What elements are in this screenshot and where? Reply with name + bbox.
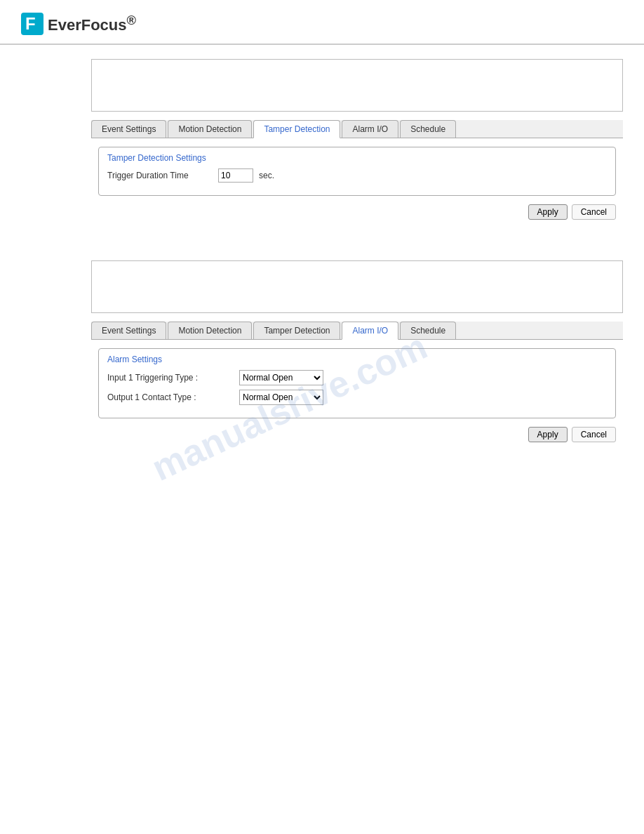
tabs-row-2: Event Settings Motion Detection Tamper D…	[91, 322, 623, 340]
section-alarm-io: Event Settings Motion Detection Tamper D…	[91, 322, 623, 442]
tab-motion-detection-1[interactable]: Motion Detection	[168, 120, 252, 138]
logo-text: EverFocus®	[48, 13, 136, 34]
tamper-cancel-button[interactable]: Cancel	[572, 204, 616, 220]
input1-triggering-label: Input 1 Triggering Type :	[107, 373, 234, 383]
trigger-duration-input[interactable]	[218, 168, 253, 183]
tab-schedule-2[interactable]: Schedule	[400, 322, 456, 339]
alarm-settings-panel: Alarm Settings Input 1 Triggering Type :…	[98, 348, 616, 418]
tab-alarm-io-1[interactable]: Alarm I/O	[342, 120, 398, 138]
alarm-cancel-button[interactable]: Cancel	[572, 427, 616, 442]
trigger-duration-row: Trigger Duration Time sec.	[107, 168, 607, 183]
everfocus-logo-icon: F	[21, 13, 43, 35]
output1-contact-row: Output 1 Contact Type : Normal Open Norm…	[107, 390, 607, 405]
logo: F EverFocus®	[21, 13, 623, 35]
tab-event-settings-2[interactable]: Event Settings	[91, 322, 166, 339]
tamper-buttons-row: Apply Cancel	[98, 204, 616, 220]
tab-tamper-detection-1[interactable]: Tamper Detection	[253, 120, 340, 138]
trigger-duration-unit: sec.	[259, 171, 274, 180]
tamper-apply-button[interactable]: Apply	[528, 204, 568, 220]
alarm-buttons-row: Apply Cancel	[98, 427, 616, 442]
tamper-detection-settings-panel: Tamper Detection Settings Trigger Durati…	[98, 147, 616, 196]
input1-triggering-select[interactable]: Normal Open Normal Close	[239, 370, 323, 385]
top-panel-2	[91, 260, 623, 313]
tab-schedule-1[interactable]: Schedule	[400, 120, 456, 138]
main-content: Event Settings Motion Detection Tamper D…	[0, 52, 644, 462]
tab-motion-detection-2[interactable]: Motion Detection	[168, 322, 252, 339]
input1-triggering-row: Input 1 Triggering Type : Normal Open No…	[107, 370, 607, 385]
tab-event-settings-1[interactable]: Event Settings	[91, 120, 166, 138]
output1-contact-select[interactable]: Normal Open Normal Close	[239, 390, 323, 405]
section-tamper: Event Settings Motion Detection Tamper D…	[91, 120, 623, 220]
trigger-duration-label: Trigger Duration Time	[107, 171, 213, 180]
top-panel-1	[91, 59, 623, 112]
alarm-apply-button[interactable]: Apply	[528, 427, 568, 442]
svg-text:F: F	[25, 14, 36, 33]
tab-alarm-io-2[interactable]: Alarm I/O	[342, 322, 398, 340]
tab-tamper-detection-2[interactable]: Tamper Detection	[253, 322, 340, 339]
tamper-settings-title: Tamper Detection Settings	[107, 153, 607, 163]
header: F EverFocus®	[0, 0, 644, 44]
header-divider	[0, 44, 644, 45]
alarm-settings-title: Alarm Settings	[107, 355, 607, 364]
tabs-row-1: Event Settings Motion Detection Tamper D…	[91, 120, 623, 138]
output1-contact-label: Output 1 Contact Type :	[107, 392, 234, 402]
spacer-1	[91, 225, 623, 260]
